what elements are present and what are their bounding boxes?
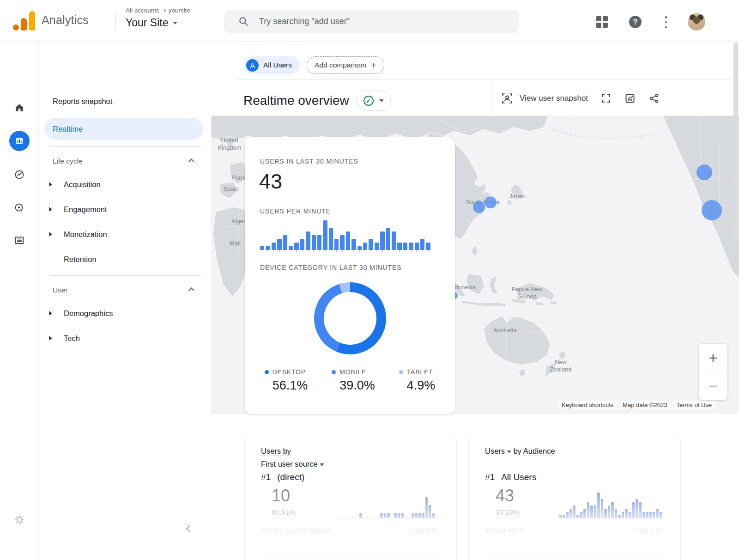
column-header-dimension: AUDIENCE [485,527,525,535]
sidebar-item-engagement[interactable]: Engagement [39,197,211,222]
nav-section-user[interactable]: User [39,280,211,301]
reports-sidenav: Reports snapshot Realtime Life cycleAcqu… [39,42,211,560]
active-users-map-dot[interactable] [473,201,485,213]
collapse-sidenav-button[interactable] [187,524,194,531]
map-attribution: Keyboard shortcuts Map data ©2023 Terms … [558,401,715,409]
metric-value: 10 [272,486,290,505]
expand-arrow-icon[interactable] [49,336,52,341]
sidebar-item-acquisition[interactable]: Acquisition [39,172,211,197]
keyboard-shortcuts-link[interactable]: Keyboard shortcuts [558,401,617,409]
reports-icon [14,135,25,146]
breadcrumb-current[interactable]: yoursite [169,7,190,14]
sidebar-item-demographics[interactable]: Demographics [39,301,211,326]
realtime-overview-card: USERS IN LAST 30 MINUTES 43 USERS PER MI… [245,137,455,414]
rank-name: All Users [501,472,536,482]
legend-value-tablet: 4.9% [407,378,436,393]
legend-label-desktop: DESKTOP [273,368,306,376]
segment-chip-all-users[interactable]: A All Users [243,56,300,74]
map-label: UnitedKingdom [218,137,241,151]
active-users-map-dot[interactable] [697,164,712,180]
caret-down-icon [320,463,324,466]
legend-label-tablet: TABLET [407,368,433,376]
analytics-logo-icon[interactable] [13,11,35,30]
map-zoom-out-button[interactable]: − [699,372,727,400]
rank-name: (direct) [277,472,304,482]
nav-rail [0,42,39,560]
legend-mobile: MOBILE 39.0% [332,368,375,393]
sidebar-item-realtime-selected[interactable]: Realtime [44,118,203,140]
nav-section-life-cycle[interactable]: Life cycle [39,151,211,172]
rank-label: #1 [485,472,495,482]
expand-arrow-icon[interactable] [49,311,52,316]
card-dimension-link[interactable]: Audience [523,447,555,456]
legend-tablet: TABLET 4.9% [399,368,436,393]
share-icon [648,93,660,104]
sidebar-item-realtime-label: Realtime [53,125,83,134]
chevron-right-icon [162,8,166,12]
view-user-snapshot-label: View user snapshot [520,94,588,103]
card-dimension-picker[interactable]: First user source [261,460,324,468]
legend-value-mobile: 39.0% [339,378,375,393]
explore-icon[interactable] [14,169,25,180]
status-check-icon: ✓ [363,96,374,106]
view-user-snapshot-button[interactable]: View user snapshot [501,92,588,104]
plus-icon: + [371,60,376,70]
breadcrumb: All accounts yoursite [126,7,190,14]
map-zoom-in-button[interactable]: + [699,344,727,372]
advertising-icon[interactable] [14,202,25,213]
active-users-map-dot[interactable] [485,196,497,208]
metric-percent: 90.91% [272,508,295,516]
users-per-minute-chart[interactable] [260,219,432,252]
nav-divider [49,146,201,147]
customize-report-button[interactable] [624,92,636,104]
device-donut-chart[interactable] [314,282,386,354]
property-name: Your Site [126,17,169,29]
search-icon [238,16,249,27]
card-metric-picker[interactable]: Users [485,447,511,455]
library-icon[interactable] [14,235,25,246]
caret-down-icon [173,22,177,24]
map-zoom-control: + − [699,344,727,400]
fullscreen-icon [600,93,612,104]
home-icon[interactable] [14,102,25,113]
property-switcher[interactable]: Your Site [126,17,177,29]
share-button[interactable] [648,92,660,104]
card-title-metric[interactable]: Users by [261,447,291,456]
user-snapshot-icon [501,92,513,104]
active-users-map-dot[interactable] [702,200,722,220]
more-menu-icon[interactable] [664,16,668,28]
user-avatar[interactable] [688,13,705,30]
breadcrumb-all-accounts[interactable]: All accounts [126,7,159,14]
sidebar-item-retention[interactable]: Retention [39,247,211,272]
users-by-first-user-source-card: Users by First user source #1 (direct) 1… [245,434,456,560]
admin-gear-icon[interactable] [14,514,25,525]
apps-grid-icon[interactable] [596,16,608,28]
chevron-left-icon [186,525,193,532]
terms-of-use-link[interactable]: Terms of Use [672,401,715,409]
expand-arrow-icon[interactable] [49,182,52,187]
sidebar-item-monetization[interactable]: Monetization [39,222,211,247]
report-status-pill[interactable]: ✓ [357,91,391,111]
rank-label: #1 [261,472,271,482]
reports-nav-active[interactable] [9,131,30,151]
expand-arrow-icon[interactable] [49,232,52,237]
help-icon[interactable]: ? [629,16,642,28]
expand-arrow-icon[interactable] [49,207,52,212]
map-label: Spain [223,185,238,192]
add-comparison-button[interactable]: Add comparison + [307,56,384,74]
column-header-users: USERS [634,527,660,535]
sparkline-chart [335,489,440,518]
table-headers: AUDIENCE USERS [485,527,660,535]
legend-value-desktop: 56.1% [273,378,308,393]
metric-value: 43 [496,486,514,505]
table-rule [485,555,660,556]
search-bar[interactable] [224,10,519,33]
sidebar-item-reports-snapshot[interactable]: Reports snapshot [53,97,112,106]
search-input[interactable] [259,17,481,26]
page-scrollbar[interactable] [733,43,738,239]
users-30min-label: USERS IN LAST 30 MINUTES [260,158,358,165]
card-title: Users by Audience [485,444,555,457]
fullscreen-button[interactable] [600,92,612,104]
map-label: Mali [230,240,241,247]
sidebar-item-tech[interactable]: Tech [39,326,211,351]
